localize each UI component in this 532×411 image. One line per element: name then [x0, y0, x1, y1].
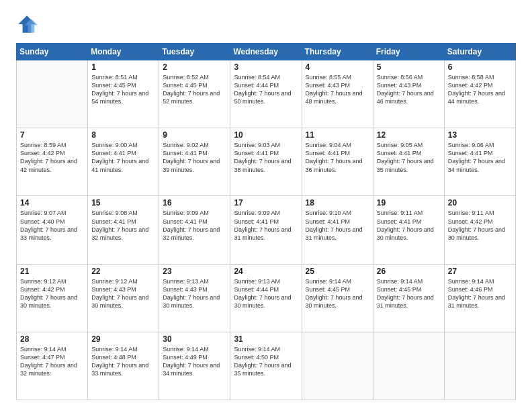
cell-info: Sunrise: 9:09 AMSunset: 4:41 PMDaylight:…	[163, 209, 226, 242]
calendar-cell: 1Sunrise: 8:51 AMSunset: 4:45 PMDaylight…	[88, 60, 159, 128]
day-number: 19	[377, 198, 441, 208]
calendar-cell	[302, 332, 373, 400]
cell-info: Sunrise: 8:56 AMSunset: 4:43 PMDaylight:…	[377, 73, 441, 106]
calendar-cell: 14Sunrise: 9:07 AMSunset: 4:40 PMDayligh…	[17, 196, 88, 264]
cell-info: Sunrise: 9:14 AMSunset: 4:50 PMDaylight:…	[234, 345, 298, 378]
day-number: 12	[377, 130, 441, 140]
calendar-cell: 13Sunrise: 9:06 AMSunset: 4:41 PMDayligh…	[444, 128, 515, 196]
calendar-cell: 5Sunrise: 8:56 AMSunset: 4:43 PMDaylight…	[373, 60, 444, 128]
calendar-cell: 30Sunrise: 9:14 AMSunset: 4:49 PMDayligh…	[159, 332, 230, 400]
day-number: 11	[306, 130, 369, 140]
cell-info: Sunrise: 9:03 AMSunset: 4:41 PMDaylight:…	[234, 141, 298, 174]
calendar-cell: 2Sunrise: 8:52 AMSunset: 4:45 PMDaylight…	[159, 60, 230, 128]
cell-info: Sunrise: 9:04 AMSunset: 4:41 PMDaylight:…	[306, 141, 369, 174]
day-number: 23	[163, 267, 226, 276]
day-number: 15	[91, 198, 155, 208]
calendar-cell: 29Sunrise: 9:14 AMSunset: 4:48 PMDayligh…	[88, 332, 159, 400]
cell-info: Sunrise: 9:14 AMSunset: 4:45 PMDaylight:…	[377, 277, 441, 310]
calendar-cell: 4Sunrise: 8:55 AMSunset: 4:43 PMDaylight…	[302, 60, 373, 128]
calendar-cell: 24Sunrise: 9:13 AMSunset: 4:44 PMDayligh…	[230, 264, 302, 332]
calendar-cell: 19Sunrise: 9:11 AMSunset: 4:41 PMDayligh…	[373, 196, 444, 264]
day-number: 21	[20, 267, 84, 276]
week-row-5: 28Sunrise: 9:14 AMSunset: 4:47 PMDayligh…	[17, 332, 516, 400]
day-number: 31	[234, 334, 298, 344]
cell-info: Sunrise: 9:12 AMSunset: 4:42 PMDaylight:…	[20, 277, 84, 310]
cell-info: Sunrise: 9:13 AMSunset: 4:44 PMDaylight:…	[234, 277, 298, 310]
day-number: 8	[91, 130, 155, 140]
calendar-cell: 8Sunrise: 9:00 AMSunset: 4:41 PMDaylight…	[88, 128, 159, 196]
day-number: 10	[234, 130, 298, 140]
week-row-4: 21Sunrise: 9:12 AMSunset: 4:42 PMDayligh…	[17, 264, 516, 332]
cell-info: Sunrise: 8:58 AMSunset: 4:42 PMDaylight:…	[448, 73, 512, 106]
header	[16, 13, 516, 35]
calendar-cell: 17Sunrise: 9:09 AMSunset: 4:41 PMDayligh…	[230, 196, 302, 264]
header-monday: Monday	[88, 44, 159, 60]
calendar-cell: 3Sunrise: 8:54 AMSunset: 4:44 PMDaylight…	[230, 60, 302, 128]
header-saturday: Saturday	[444, 44, 515, 60]
day-number: 3	[234, 62, 298, 72]
day-number: 2	[163, 62, 226, 72]
calendar-cell: 25Sunrise: 9:14 AMSunset: 4:45 PMDayligh…	[302, 264, 373, 332]
week-row-2: 7Sunrise: 8:59 AMSunset: 4:42 PMDaylight…	[17, 128, 516, 196]
cell-info: Sunrise: 8:54 AMSunset: 4:44 PMDaylight:…	[234, 73, 298, 106]
day-number: 6	[448, 62, 512, 72]
logo-icon	[16, 13, 38, 35]
day-number: 18	[306, 198, 369, 208]
day-number: 13	[448, 130, 512, 140]
calendar-header-row: SundayMondayTuesdayWednesdayThursdayFrid…	[17, 44, 516, 60]
header-tuesday: Tuesday	[159, 44, 230, 60]
calendar-cell: 9Sunrise: 9:02 AMSunset: 4:41 PMDaylight…	[159, 128, 230, 196]
day-number: 22	[91, 267, 155, 276]
calendar-cell: 21Sunrise: 9:12 AMSunset: 4:42 PMDayligh…	[17, 264, 88, 332]
day-number: 9	[163, 130, 226, 140]
calendar-cell: 31Sunrise: 9:14 AMSunset: 4:50 PMDayligh…	[230, 332, 302, 400]
calendar-cell: 7Sunrise: 8:59 AMSunset: 4:42 PMDaylight…	[17, 128, 88, 196]
cell-info: Sunrise: 9:08 AMSunset: 4:41 PMDaylight:…	[91, 209, 155, 242]
cell-info: Sunrise: 8:59 AMSunset: 4:42 PMDaylight:…	[20, 141, 84, 174]
day-number: 5	[377, 62, 441, 72]
week-row-3: 14Sunrise: 9:07 AMSunset: 4:40 PMDayligh…	[17, 196, 516, 264]
day-number: 20	[448, 198, 512, 208]
day-number: 17	[234, 198, 298, 208]
cell-info: Sunrise: 9:07 AMSunset: 4:40 PMDaylight:…	[20, 209, 84, 242]
cell-info: Sunrise: 9:02 AMSunset: 4:41 PMDaylight:…	[163, 141, 226, 174]
header-friday: Friday	[373, 44, 444, 60]
day-number: 24	[234, 267, 298, 276]
logo	[16, 13, 40, 35]
calendar-cell: 27Sunrise: 9:14 AMSunset: 4:46 PMDayligh…	[444, 264, 515, 332]
header-wednesday: Wednesday	[230, 44, 302, 60]
cell-info: Sunrise: 9:14 AMSunset: 4:48 PMDaylight:…	[91, 345, 155, 378]
day-number: 25	[306, 267, 369, 276]
calendar-cell: 15Sunrise: 9:08 AMSunset: 4:41 PMDayligh…	[88, 196, 159, 264]
calendar-cell: 16Sunrise: 9:09 AMSunset: 4:41 PMDayligh…	[159, 196, 230, 264]
cell-info: Sunrise: 9:05 AMSunset: 4:41 PMDaylight:…	[377, 141, 441, 174]
calendar-cell	[17, 60, 88, 128]
cell-info: Sunrise: 9:10 AMSunset: 4:41 PMDaylight:…	[306, 209, 369, 242]
calendar-cell: 22Sunrise: 9:12 AMSunset: 4:43 PMDayligh…	[88, 264, 159, 332]
calendar-cell: 12Sunrise: 9:05 AMSunset: 4:41 PMDayligh…	[373, 128, 444, 196]
calendar-cell: 20Sunrise: 9:11 AMSunset: 4:42 PMDayligh…	[444, 196, 515, 264]
calendar-cell: 6Sunrise: 8:58 AMSunset: 4:42 PMDaylight…	[444, 60, 515, 128]
calendar-cell: 10Sunrise: 9:03 AMSunset: 4:41 PMDayligh…	[230, 128, 302, 196]
day-number: 26	[377, 267, 441, 276]
cell-info: Sunrise: 9:00 AMSunset: 4:41 PMDaylight:…	[91, 141, 155, 174]
header-thursday: Thursday	[302, 44, 373, 60]
cell-info: Sunrise: 9:11 AMSunset: 4:42 PMDaylight:…	[448, 209, 512, 242]
calendar-cell: 26Sunrise: 9:14 AMSunset: 4:45 PMDayligh…	[373, 264, 444, 332]
calendar-cell: 11Sunrise: 9:04 AMSunset: 4:41 PMDayligh…	[302, 128, 373, 196]
page: SundayMondayTuesdayWednesdayThursdayFrid…	[0, 0, 532, 411]
cell-info: Sunrise: 8:52 AMSunset: 4:45 PMDaylight:…	[163, 73, 226, 106]
day-number: 4	[306, 62, 369, 72]
cell-info: Sunrise: 8:51 AMSunset: 4:45 PMDaylight:…	[91, 73, 155, 106]
cell-info: Sunrise: 9:14 AMSunset: 4:46 PMDaylight:…	[448, 277, 512, 310]
day-number: 7	[20, 130, 84, 140]
cell-info: Sunrise: 9:14 AMSunset: 4:45 PMDaylight:…	[306, 277, 369, 310]
cell-info: Sunrise: 9:09 AMSunset: 4:41 PMDaylight:…	[234, 209, 298, 242]
day-number: 30	[163, 334, 226, 344]
day-number: 29	[91, 334, 155, 344]
cell-info: Sunrise: 9:14 AMSunset: 4:47 PMDaylight:…	[20, 345, 84, 378]
cell-info: Sunrise: 9:12 AMSunset: 4:43 PMDaylight:…	[91, 277, 155, 310]
day-number: 14	[20, 198, 84, 208]
calendar-cell	[444, 332, 515, 400]
cell-info: Sunrise: 9:11 AMSunset: 4:41 PMDaylight:…	[377, 209, 441, 242]
